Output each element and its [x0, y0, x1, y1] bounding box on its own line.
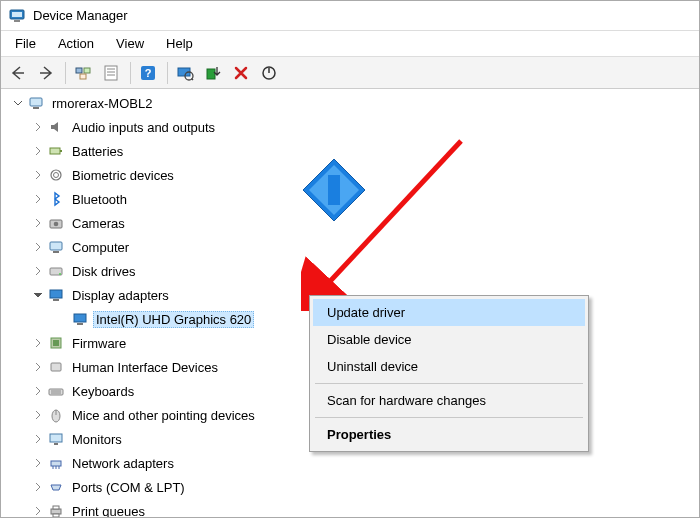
svg-rect-4 — [84, 68, 90, 73]
uninstall-device-button[interactable] — [228, 60, 254, 86]
category-icon — [47, 478, 65, 496]
category-label: Firmware — [72, 336, 126, 351]
tree-category[interactable]: Ports (COM & LPT) — [7, 475, 693, 499]
category-label: Display adapters — [72, 288, 169, 303]
cm-update-driver[interactable]: Update driver — [313, 299, 585, 326]
category-label: Keyboards — [72, 384, 134, 399]
expand-icon[interactable] — [31, 504, 45, 518]
expand-icon[interactable] — [31, 360, 45, 374]
category-icon — [47, 454, 65, 472]
cm-disable-device[interactable]: Disable device — [313, 326, 585, 353]
svg-rect-47 — [51, 509, 61, 514]
svg-rect-19 — [50, 148, 60, 154]
expand-icon[interactable] — [31, 264, 45, 278]
svg-rect-48 — [53, 506, 59, 509]
tree-category[interactable]: Cameras — [7, 211, 693, 235]
collapse-icon[interactable] — [11, 96, 25, 110]
spacer — [55, 312, 69, 326]
cm-properties[interactable]: Properties — [313, 421, 585, 448]
expand-icon[interactable] — [31, 432, 45, 446]
category-icon — [47, 358, 65, 376]
help-button[interactable]: ? — [135, 60, 161, 86]
svg-rect-26 — [53, 251, 59, 253]
svg-rect-36 — [49, 389, 63, 395]
expand-icon[interactable] — [31, 192, 45, 206]
svg-rect-3 — [76, 68, 82, 73]
svg-rect-29 — [50, 290, 62, 298]
svg-rect-32 — [77, 323, 83, 325]
cm-separator — [315, 383, 583, 384]
expand-icon[interactable] — [31, 336, 45, 350]
properties-button[interactable] — [98, 60, 124, 86]
tree-root-label: rmorerax-MOBL2 — [52, 96, 152, 111]
expand-icon[interactable] — [31, 408, 45, 422]
expand-icon[interactable] — [31, 384, 45, 398]
expand-icon[interactable] — [31, 480, 45, 494]
expand-icon[interactable] — [31, 216, 45, 230]
category-icon — [47, 262, 65, 280]
svg-line-14 — [192, 78, 194, 80]
category-label: Biometric devices — [72, 168, 174, 183]
device-icon — [71, 310, 89, 328]
category-icon — [47, 382, 65, 400]
category-label: Monitors — [72, 432, 122, 447]
tree-category[interactable]: Bluetooth — [7, 187, 693, 211]
svg-point-28 — [59, 273, 61, 275]
category-icon — [47, 118, 65, 136]
category-icon — [47, 190, 65, 208]
category-label: Bluetooth — [72, 192, 127, 207]
svg-rect-30 — [53, 299, 59, 301]
menu-file[interactable]: File — [5, 33, 46, 54]
menu-action[interactable]: Action — [48, 33, 104, 54]
forward-button[interactable] — [33, 60, 59, 86]
category-icon — [47, 166, 65, 184]
cm-uninstall-device[interactable]: Uninstall device — [313, 353, 585, 380]
expand-icon[interactable] — [31, 168, 45, 182]
svg-point-22 — [54, 173, 59, 178]
svg-rect-34 — [53, 340, 59, 346]
category-label: Cameras — [72, 216, 125, 231]
expand-icon[interactable] — [31, 288, 45, 302]
expand-icon[interactable] — [31, 240, 45, 254]
computer-icon — [27, 94, 45, 112]
svg-rect-41 — [50, 434, 62, 442]
category-label: Human Interface Devices — [72, 360, 218, 375]
update-driver-button[interactable] — [200, 60, 226, 86]
tree-root[interactable]: rmorerax-MOBL2 — [7, 91, 693, 115]
category-icon — [47, 406, 65, 424]
expand-icon[interactable] — [31, 456, 45, 470]
title-bar: Device Manager — [1, 1, 699, 31]
tree-category[interactable]: Computer — [7, 235, 693, 259]
svg-rect-17 — [30, 98, 42, 106]
menu-help[interactable]: Help — [156, 33, 203, 54]
show-hidden-button[interactable] — [70, 60, 96, 86]
menu-view[interactable]: View — [106, 33, 154, 54]
expand-icon[interactable] — [31, 120, 45, 134]
category-icon — [47, 430, 65, 448]
svg-rect-20 — [60, 150, 62, 152]
svg-text:?: ? — [145, 67, 152, 79]
tree-category[interactable]: Network adapters — [7, 451, 693, 475]
svg-rect-25 — [50, 242, 62, 250]
tree-category[interactable]: Audio inputs and outputs — [7, 115, 693, 139]
svg-rect-6 — [105, 66, 117, 80]
tree-category[interactable]: Disk drives — [7, 259, 693, 283]
back-button[interactable] — [5, 60, 31, 86]
category-label: Disk drives — [72, 264, 136, 279]
tree-category[interactable]: Biometric devices — [7, 163, 693, 187]
svg-rect-43 — [51, 461, 61, 466]
category-label: Audio inputs and outputs — [72, 120, 215, 135]
category-icon — [47, 238, 65, 256]
disable-device-button[interactable] — [256, 60, 282, 86]
tree-category[interactable]: Print queues — [7, 499, 693, 518]
expand-icon[interactable] — [31, 144, 45, 158]
svg-rect-2 — [14, 20, 20, 22]
tree-category[interactable]: Batteries — [7, 139, 693, 163]
svg-rect-15 — [207, 69, 215, 79]
app-icon — [9, 8, 25, 24]
toolbar: ? — [1, 57, 699, 89]
category-icon — [47, 286, 65, 304]
scan-hardware-button[interactable] — [172, 60, 198, 86]
category-icon — [47, 142, 65, 160]
cm-scan-hardware[interactable]: Scan for hardware changes — [313, 387, 585, 414]
